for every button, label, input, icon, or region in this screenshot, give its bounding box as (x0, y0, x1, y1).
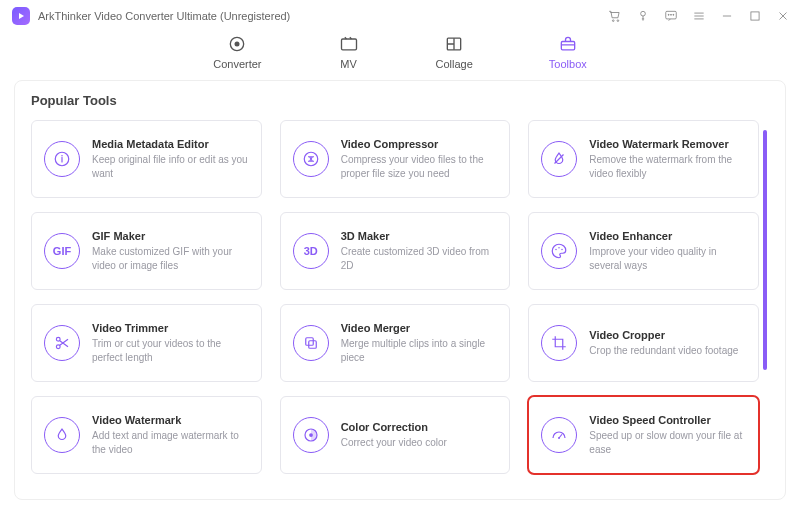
card-body: Video Speed ControllerSpeed up or slow d… (589, 414, 746, 456)
card-body: 3D MakerCreate customized 3D video from … (341, 230, 498, 272)
card-title: Video Merger (341, 322, 498, 334)
svg-point-17 (559, 247, 561, 249)
card-body: Video MergerMerge multiple clips into a … (341, 322, 498, 364)
app-title: ArkThinker Video Converter Ultimate (Unr… (38, 10, 290, 22)
toolbox-icon (557, 34, 579, 54)
card-title: 3D Maker (341, 230, 498, 242)
tool-card-palette[interactable]: Video EnhancerImprove your video quality… (528, 212, 759, 290)
minimize-icon[interactable] (720, 9, 734, 23)
svg-rect-22 (308, 341, 316, 349)
svg-point-25 (558, 437, 560, 439)
tool-card-gauge[interactable]: Video Speed ControllerSpeed up or slow d… (528, 396, 759, 474)
card-title: Video Speed Controller (589, 414, 746, 426)
tool-card-color[interactable]: Color CorrectionCorrect your video color (280, 396, 511, 474)
svg-point-6 (673, 14, 674, 15)
tool-panel: Popular Tools Media Metadata EditorKeep … (14, 80, 786, 500)
titlebar: ArkThinker Video Converter Ultimate (Unr… (0, 0, 800, 28)
scroll-area: Media Metadata EditorKeep original file … (31, 120, 769, 500)
card-desc: Add text and image watermark to the vide… (92, 429, 249, 456)
card-title: Video Cropper (589, 329, 738, 341)
card-title: Media Metadata Editor (92, 138, 249, 150)
gauge-icon (541, 417, 577, 453)
card-body: Color CorrectionCorrect your video color (341, 421, 447, 450)
top-nav: Converter MV Collage Toolbox (0, 28, 800, 80)
feedback-icon[interactable] (664, 9, 678, 23)
mv-icon (338, 34, 360, 54)
close-icon[interactable] (776, 9, 790, 23)
svg-point-2 (641, 11, 646, 16)
card-title: Video Enhancer (589, 230, 746, 242)
tool-card-scissors[interactable]: Video TrimmerTrim or cut your videos to … (31, 304, 262, 382)
nav-converter[interactable]: Converter (213, 34, 261, 70)
card-desc: Compress your video files to the proper … (341, 153, 498, 180)
gif-icon: GIF (44, 233, 80, 269)
card-title: GIF Maker (92, 230, 249, 242)
svg-point-20 (56, 345, 60, 349)
nav-toolbox[interactable]: Toolbox (549, 34, 587, 70)
card-body: Video Watermark RemoverRemove the waterm… (589, 138, 746, 180)
card-title: Video Watermark Remover (589, 138, 746, 150)
svg-point-9 (235, 42, 240, 47)
titlebar-controls (608, 9, 790, 23)
menu-icon[interactable] (692, 9, 706, 23)
svg-point-24 (309, 433, 313, 437)
app-logo-icon (12, 7, 30, 25)
converter-icon (226, 34, 248, 54)
nav-label: Toolbox (549, 58, 587, 70)
card-desc: Crop the redundant video footage (589, 344, 738, 358)
svg-point-5 (671, 14, 672, 15)
card-title: Video Compressor (341, 138, 498, 150)
card-body: Video TrimmerTrim or cut your videos to … (92, 322, 249, 364)
nav-label: MV (340, 58, 357, 70)
palette-icon (541, 233, 577, 269)
svg-rect-10 (341, 39, 356, 50)
tool-card-crop[interactable]: Video CropperCrop the redundant video fo… (528, 304, 759, 382)
svg-point-1 (617, 20, 619, 22)
card-body: Media Metadata EditorKeep original file … (92, 138, 249, 180)
nav-collage[interactable]: Collage (436, 34, 473, 70)
info-icon (44, 141, 80, 177)
tool-card-3d[interactable]: 3D3D MakerCreate customized 3D video fro… (280, 212, 511, 290)
card-body: Video CropperCrop the redundant video fo… (589, 329, 738, 358)
nav-label: Converter (213, 58, 261, 70)
titlebar-left: ArkThinker Video Converter Ultimate (Unr… (12, 7, 290, 25)
svg-point-0 (612, 20, 614, 22)
tool-card-merge[interactable]: Video MergerMerge multiple clips into a … (280, 304, 511, 382)
card-desc: Trim or cut your videos to the perfect l… (92, 337, 249, 364)
collage-icon (443, 34, 465, 54)
svg-point-18 (562, 249, 564, 251)
section-title: Popular Tools (31, 93, 769, 108)
crop-icon (541, 325, 577, 361)
card-body: GIF MakerMake customized GIF with your v… (92, 230, 249, 272)
svg-point-19 (56, 337, 60, 341)
card-desc: Keep original file info or edit as you w… (92, 153, 249, 180)
tool-card-info[interactable]: Media Metadata EditorKeep original file … (31, 120, 262, 198)
compress-icon (293, 141, 329, 177)
card-desc: Merge multiple clips into a single piece (341, 337, 498, 364)
nav-mv[interactable]: MV (338, 34, 360, 70)
drop-off-icon (541, 141, 577, 177)
card-title: Video Trimmer (92, 322, 249, 334)
scissors-icon (44, 325, 80, 361)
card-title: Color Correction (341, 421, 447, 433)
tool-grid: Media Metadata EditorKeep original file … (31, 120, 759, 474)
card-desc: Correct your video color (341, 436, 447, 450)
svg-rect-21 (305, 338, 313, 346)
merge-icon (293, 325, 329, 361)
tool-card-drop[interactable]: Video WatermarkAdd text and image waterm… (31, 396, 262, 474)
card-body: Video CompressorCompress your video file… (341, 138, 498, 180)
tool-card-gif[interactable]: GIFGIF MakerMake customized GIF with you… (31, 212, 262, 290)
scrollbar-thumb[interactable] (763, 130, 767, 370)
svg-point-16 (556, 249, 558, 251)
3d-icon: 3D (293, 233, 329, 269)
tool-card-compress[interactable]: Video CompressorCompress your video file… (280, 120, 511, 198)
cart-icon[interactable] (608, 9, 622, 23)
card-desc: Improve your video quality in several wa… (589, 245, 746, 272)
drop-icon (44, 417, 80, 453)
color-icon (293, 417, 329, 453)
key-icon[interactable] (636, 9, 650, 23)
tool-card-drop-off[interactable]: Video Watermark RemoverRemove the waterm… (528, 120, 759, 198)
svg-point-14 (61, 155, 63, 157)
card-body: Video EnhancerImprove your video quality… (589, 230, 746, 272)
maximize-icon[interactable] (748, 9, 762, 23)
